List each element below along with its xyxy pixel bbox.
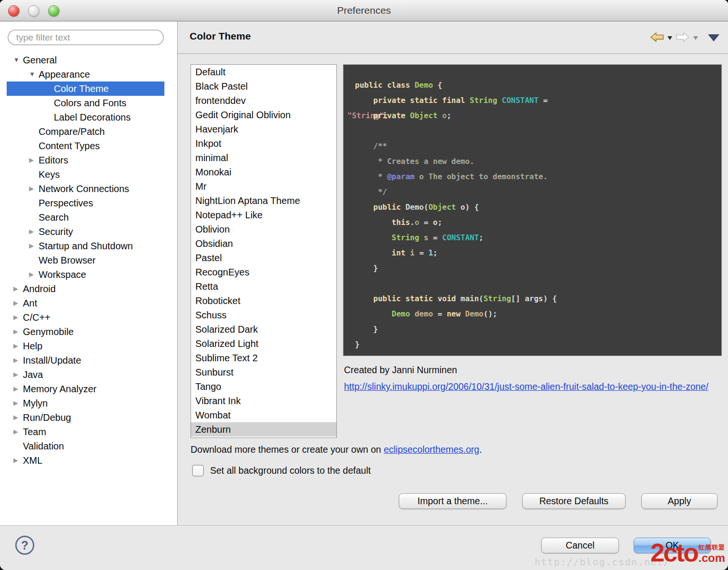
collapsed-triangle-icon[interactable]: ▶: [13, 367, 23, 382]
tree-item-android[interactable]: ▶Android: [7, 282, 164, 296]
theme-item-gedit-original-oblivion[interactable]: Gedit Original Oblivion: [191, 108, 336, 122]
collapsed-triangle-icon[interactable]: ▶: [29, 267, 39, 282]
tree-item-search[interactable]: Search: [7, 210, 164, 224]
zoom-window-button[interactable]: [48, 5, 60, 17]
collapsed-triangle-icon[interactable]: ▶: [13, 296, 23, 310]
apply-button[interactable]: Apply: [641, 493, 718, 509]
tree-item-label-decorations[interactable]: Label Decorations: [7, 110, 164, 124]
ok-button[interactable]: OK: [634, 538, 711, 553]
collapsed-triangle-icon[interactable]: ▶: [13, 310, 23, 325]
minimize-window-button[interactable]: [28, 5, 40, 17]
tree-item-security[interactable]: ▶Security: [7, 224, 164, 239]
theme-item-wombat[interactable]: Wombat: [191, 408, 336, 422]
close-window-button[interactable]: [8, 5, 20, 17]
expanded-triangle-icon[interactable]: ▼: [13, 53, 23, 67]
expanded-triangle-icon[interactable]: ▼: [29, 67, 39, 81]
tree-item-label: Editors: [39, 153, 68, 167]
collapsed-triangle-icon[interactable]: ▶: [29, 182, 39, 196]
tree-item-appearance[interactable]: ▼Appearance: [7, 67, 164, 81]
theme-item-retta[interactable]: Retta: [191, 279, 336, 294]
tree-item-memory-analyzer[interactable]: ▶Memory Analyzer: [7, 382, 164, 396]
collapsed-triangle-icon[interactable]: ▶: [29, 239, 39, 253]
theme-item-obsidian[interactable]: Obsidian: [191, 236, 336, 251]
theme-url-link[interactable]: http://slinky.imukuppi.org/2006/10/31/ju…: [344, 380, 721, 393]
tree-item-perspectives[interactable]: Perspectives: [7, 196, 164, 210]
tree-item-label: General: [23, 53, 57, 67]
collapsed-triangle-icon[interactable]: ▶: [13, 353, 23, 367]
tree-item-mylyn[interactable]: ▶Mylyn: [7, 396, 164, 410]
tree-item-colors-and-fonts[interactable]: Colors and Fonts: [7, 96, 164, 110]
tree-item-run-debug[interactable]: ▶Run/Debug: [7, 410, 164, 425]
collapsed-triangle-icon[interactable]: ▶: [13, 382, 23, 396]
collapsed-triangle-icon[interactable]: ▶: [29, 153, 39, 167]
tree-item-color-theme[interactable]: Color Theme: [7, 81, 164, 96]
forward-arrow-icon[interactable]: [676, 32, 690, 42]
tree-item-web-browser[interactable]: Web Browser: [7, 253, 164, 267]
theme-item-monokai[interactable]: Monokai: [191, 165, 336, 179]
back-menu-dropdown-icon[interactable]: [667, 36, 672, 40]
restore-defaults-button[interactable]: Restore Defaults: [522, 493, 626, 509]
tree-item-label: Network Connections: [39, 182, 129, 196]
tree-item-genymobile[interactable]: ▶Genymobile: [7, 325, 164, 339]
theme-item-solarized-light[interactable]: Solarized Light: [191, 336, 336, 351]
collapsed-triangle-icon[interactable]: ▶: [13, 453, 23, 468]
theme-item-roboticket[interactable]: Roboticket: [191, 294, 336, 308]
collapsed-triangle-icon[interactable]: ▶: [13, 339, 23, 353]
tree-item-java[interactable]: ▶Java: [7, 367, 164, 382]
tree-item-network-connections[interactable]: ▶Network Connections: [7, 182, 164, 196]
theme-item-zenburn[interactable]: Zenburn: [191, 422, 336, 437]
collapsed-triangle-icon[interactable]: ▶: [13, 396, 23, 410]
theme-item-schuss[interactable]: Schuss: [191, 308, 336, 322]
tree-item-label: Keys: [39, 167, 60, 182]
theme-item-black-pastel[interactable]: Black Pastel: [191, 79, 336, 93]
collapsed-triangle-icon[interactable]: ▶: [13, 425, 23, 439]
collapsed-triangle-icon[interactable]: ▶: [13, 282, 23, 296]
theme-item-vibrant-ink[interactable]: Vibrant Ink: [191, 394, 336, 408]
theme-item-nightlion-aptana-theme[interactable]: NightLion Aptana Theme: [191, 193, 336, 208]
tree-item-xml[interactable]: ▶XML: [7, 453, 164, 468]
collapsed-triangle-icon[interactable]: ▶: [13, 325, 23, 339]
theme-item-frontenddev[interactable]: frontenddev: [191, 93, 336, 108]
tree-item-editors[interactable]: ▶Editors: [7, 153, 164, 167]
tree-item-keys[interactable]: Keys: [7, 167, 164, 182]
tree-item-content-types[interactable]: Content Types: [7, 139, 164, 153]
forward-menu-dropdown-icon[interactable]: [693, 36, 698, 40]
code-line: */: [355, 184, 721, 200]
cancel-button[interactable]: Cancel: [541, 538, 619, 553]
tree-item-startup-and-shutdown[interactable]: ▶Startup and Shutdown: [7, 239, 164, 253]
theme-item-havenjark[interactable]: Havenjark: [191, 122, 336, 136]
eclipsecolorthemes-link[interactable]: eclipsecolorthemes.org: [384, 444, 479, 455]
tree-item-validation[interactable]: Validation: [7, 439, 164, 453]
view-menu-icon[interactable]: [708, 34, 719, 41]
theme-item-recogneyes[interactable]: RecognEyes: [191, 265, 336, 279]
tree-item-team[interactable]: ▶Team: [7, 425, 164, 439]
tree-item-label: XML: [23, 453, 42, 468]
theme-item-inkpot[interactable]: Inkpot: [191, 136, 336, 151]
tree-item-workspace[interactable]: ▶Workspace: [7, 267, 164, 282]
theme-item-default[interactable]: Default: [191, 65, 336, 79]
help-button[interactable]: ?: [15, 536, 34, 555]
theme-item-sublime-text-2[interactable]: Sublime Text 2: [191, 351, 336, 365]
tree-item-general[interactable]: ▼General: [7, 53, 164, 67]
theme-item-mr[interactable]: Mr: [191, 179, 336, 193]
collapsed-triangle-icon[interactable]: ▶: [29, 224, 39, 239]
theme-item-sunburst[interactable]: Sunburst: [191, 365, 336, 379]
tree-item-help[interactable]: ▶Help: [7, 339, 164, 353]
download-more-text: Download more themes or create your own …: [191, 444, 482, 455]
theme-item-pastel[interactable]: Pastel: [191, 251, 336, 265]
collapsed-triangle-icon[interactable]: ▶: [13, 410, 23, 425]
tree-item-compare-patch[interactable]: Compare/Patch: [7, 124, 164, 139]
theme-item-tango[interactable]: Tango: [191, 379, 336, 394]
theme-item-solarized-dark[interactable]: Solarized Dark: [191, 322, 336, 336]
theme-item-notepad-like[interactable]: Notepad++ Like: [191, 208, 336, 222]
code-line: * Creates a new demo.: [355, 154, 721, 169]
tree-item-ant[interactable]: ▶Ant: [7, 296, 164, 310]
back-arrow-icon[interactable]: [650, 32, 664, 42]
import-theme-button[interactable]: Import a theme...: [399, 493, 506, 509]
set-bg-default-checkbox[interactable]: [192, 465, 204, 477]
tree-item-install-update[interactable]: ▶Install/Update: [7, 353, 164, 367]
theme-item-minimal[interactable]: minimal: [191, 151, 336, 165]
filter-input[interactable]: [8, 30, 164, 45]
tree-item-c-c[interactable]: ▶C/C++: [7, 310, 164, 325]
theme-item-oblivion[interactable]: Oblivion: [191, 222, 336, 236]
